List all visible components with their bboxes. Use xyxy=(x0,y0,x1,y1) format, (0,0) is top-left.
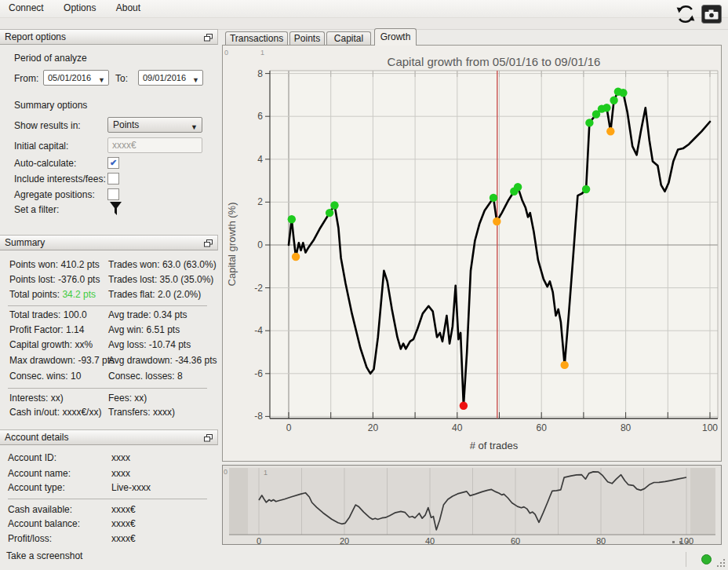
refresh-icon[interactable] xyxy=(675,4,696,24)
auto-calculate-checkbox[interactable]: ✔ xyxy=(107,157,119,169)
marker-win xyxy=(582,185,590,193)
agregate-positions-label: Agregate positions: xyxy=(14,189,95,200)
divider xyxy=(8,388,207,389)
svg-text:80: 80 xyxy=(596,536,606,544)
svg-text:1: 1 xyxy=(260,49,264,57)
tab-growth[interactable]: Growth xyxy=(374,28,417,46)
take-screenshot-button[interactable]: Take a screenshot xyxy=(6,550,82,561)
account-row-label: Account balance: xyxy=(8,518,80,529)
summary-row: Total points: 34.2 pts xyxy=(9,289,96,300)
summary-row: Avg drawdown: -34.36 pts xyxy=(108,355,217,366)
summary-row: Max drawdown: -93.7 pts xyxy=(9,355,115,366)
from-date-select[interactable]: 05/01/2016▼ xyxy=(43,70,109,86)
summary-row: Trades lost: 35.0 (35.0%) xyxy=(108,274,213,285)
overview-chart[interactable]: 02040608010001 xyxy=(223,466,721,544)
summary-options-label: Summary options xyxy=(14,100,87,111)
show-results-dropdown[interactable]: Points▼ xyxy=(107,117,202,133)
connection-status-dot xyxy=(701,554,712,565)
summary-row: Interests: xx) xyxy=(9,393,64,404)
menu-connect[interactable]: Connect xyxy=(0,0,53,17)
set-filter-label: Set a filter: xyxy=(14,204,59,215)
marker-win xyxy=(490,194,497,202)
marker-win xyxy=(514,183,522,191)
summary-row: Points lost: -376.0 pts xyxy=(9,274,100,285)
report-options-header: Report options xyxy=(0,29,218,45)
svg-text:20: 20 xyxy=(340,536,349,544)
account-details-title: Account details xyxy=(5,432,68,443)
svg-text:20: 20 xyxy=(368,422,379,433)
account-row-value: xxxx€ xyxy=(111,504,136,515)
account-row-value: xxxx€ xyxy=(111,518,136,529)
svg-text:-8: -8 xyxy=(254,411,263,422)
summary-row: Avg trade: 0.34 pts xyxy=(108,309,187,320)
chevron-down-icon: ▼ xyxy=(192,73,199,87)
summary-row: Consec. wins: 10 xyxy=(9,371,81,382)
summary-row: Capital growth: xx% xyxy=(9,339,93,350)
summary-row: Fees: xx) xyxy=(108,393,147,404)
menu-options[interactable]: Options xyxy=(55,0,104,17)
svg-text:0: 0 xyxy=(257,239,263,250)
summary-row: Trades won: 63.0 (63.0%) xyxy=(108,259,217,270)
float-panel-icon[interactable] xyxy=(204,434,213,442)
summary-row: Trades flat: 2.0 (2.0%) xyxy=(108,289,201,300)
auto-calculate-label: Auto-calculate: xyxy=(14,158,76,169)
include-interests-checkbox[interactable] xyxy=(107,173,119,185)
agregate-positions-checkbox[interactable] xyxy=(107,188,119,200)
divider xyxy=(8,305,207,306)
account-row-value: xxxx xyxy=(111,452,130,463)
svg-text:60: 60 xyxy=(537,422,548,433)
marker-loss xyxy=(460,402,468,410)
menu-about[interactable]: About xyxy=(107,0,149,17)
summary-row: Profit Factor: 1.14 xyxy=(9,324,84,335)
statusbar-divider xyxy=(686,552,686,567)
marker-flat xyxy=(493,217,500,225)
svg-text:0: 0 xyxy=(224,468,228,476)
to-date-select[interactable]: 09/01/2016▼ xyxy=(138,70,203,86)
resize-grip-icon[interactable] xyxy=(716,558,726,568)
summary-row: Avg win: 6.51 pts xyxy=(108,324,180,335)
from-label: From: xyxy=(14,73,38,84)
initial-capital-input[interactable]: xxxx€ xyxy=(107,137,202,153)
account-row-value: xxxx xyxy=(111,468,130,479)
svg-text:4: 4 xyxy=(257,154,263,165)
to-date-value: 09/01/2016 xyxy=(143,73,186,82)
marker-win xyxy=(326,209,333,217)
account-row-label: Account name: xyxy=(8,468,71,479)
marker-flat xyxy=(606,127,614,135)
app-window: Connect Options About Report options xyxy=(0,0,728,570)
float-panel-icon[interactable] xyxy=(204,34,213,42)
svg-text:40: 40 xyxy=(425,536,435,544)
summary-title: Summary xyxy=(5,237,45,248)
account-row-label: Account ID: xyxy=(8,452,56,463)
tab-capital[interactable]: Capital xyxy=(326,31,371,45)
svg-text:-2: -2 xyxy=(254,283,263,294)
svg-text:0: 0 xyxy=(286,422,292,433)
account-details-header: Account details xyxy=(0,429,218,445)
splitter-handle[interactable] xyxy=(672,541,697,544)
account-row-value: Live-xxxx xyxy=(111,482,151,493)
summary-row: Transfers: xxxx) xyxy=(108,407,175,418)
svg-text:80: 80 xyxy=(621,422,632,433)
divider xyxy=(8,499,207,499)
summary-row: Points won: 410.2 pts xyxy=(9,259,100,270)
account-row-label: Account type: xyxy=(8,482,65,493)
chevron-down-icon: ▼ xyxy=(98,73,105,87)
show-results-label: Show results in: xyxy=(14,120,81,131)
tab-transactions[interactable]: Transactions xyxy=(225,31,288,45)
chevron-down-icon: ▼ xyxy=(191,120,198,134)
marker-win xyxy=(585,119,593,126)
y-axis-label: Capital growth (%) xyxy=(226,203,238,287)
from-date-value: 05/01/2016 xyxy=(48,73,91,82)
svg-text:0: 0 xyxy=(224,49,228,57)
marker-flat xyxy=(292,253,300,261)
camera-icon[interactable] xyxy=(701,5,722,24)
summary-row: Cash in/out: xxxx€/xx) xyxy=(9,407,101,418)
marker-win xyxy=(619,89,627,97)
svg-text:1: 1 xyxy=(264,469,268,477)
account-row-label: Cash available: xyxy=(8,504,72,515)
float-panel-icon[interactable] xyxy=(204,239,213,247)
tab-points[interactable]: Points xyxy=(289,31,325,45)
filter-icon[interactable] xyxy=(109,201,122,217)
summary-row: Avg loss: -10.74 pts xyxy=(108,339,191,350)
marker-win xyxy=(288,215,296,223)
